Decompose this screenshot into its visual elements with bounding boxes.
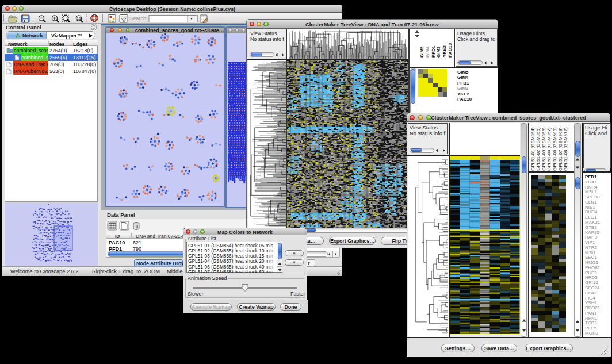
- svg-text:1:1: 1:1: [77, 17, 81, 20]
- svg-text:Network: Network: [22, 33, 44, 39]
- svg-text:Search:: Search:: [129, 16, 148, 21]
- svg-text:VizMapper™: VizMapper™: [51, 33, 82, 39]
